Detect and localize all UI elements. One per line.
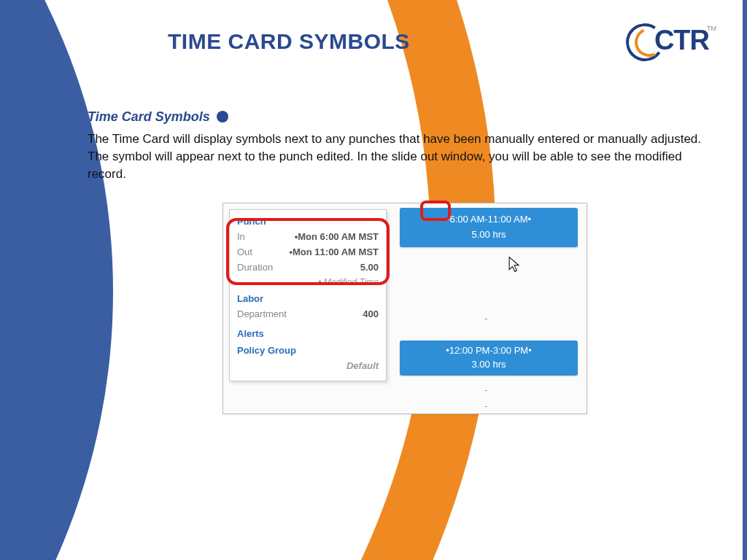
alerts-header: Alerts [237, 328, 379, 339]
ctr-logo: CTR TM [613, 22, 715, 66]
section-body-text: The Time Card will display symbols next … [88, 131, 722, 182]
decorative-right-border [743, 0, 747, 560]
section-heading-text: Time Card Symbols [88, 109, 210, 124]
policy-group-value: Default [347, 359, 379, 374]
labor-department-row: Department 400 [237, 307, 379, 322]
punch-detail-panel: Punch In •Mon 6:00 AM MST Out •Mon 11:00… [229, 209, 387, 381]
punch-in-value: •Mon 6:00 AM MST [295, 230, 379, 245]
entry-times: •6:00 AM-11:00 AM• [403, 214, 575, 225]
entry-hours: 3.00 hrs [403, 359, 575, 370]
timeline-tick-icon: - [484, 400, 488, 412]
logo-trademark: TM [707, 25, 716, 32]
timeline-tick-icon: - [484, 384, 488, 396]
punch-out-label: Out [237, 245, 252, 260]
page-title: TIME CARD SYMBOLS [168, 29, 410, 54]
timeline-entry[interactable]: •6:00 AM-11:00 AM• 5.00 hrs [400, 208, 578, 247]
timeline-tick-icon: - [484, 313, 488, 324]
labor-department-label: Department [237, 307, 287, 322]
policy-group-header: Policy Group [237, 345, 379, 356]
timeline-entry[interactable]: •12:00 PM-3:00 PM• 3.00 hrs [400, 341, 578, 376]
punch-in-row: In •Mon 6:00 AM MST [237, 230, 379, 245]
labor-department-value: 400 [363, 307, 379, 322]
punch-duration-value: 5.00 [360, 260, 379, 276]
section-heading: Time Card Symbols [88, 109, 722, 125]
punch-header: Punch [237, 216, 379, 227]
labor-header: Labor [237, 293, 379, 304]
punch-out-value: •Mon 11:00 AM MST [289, 245, 379, 260]
punch-out-row: Out •Mon 11:00 AM MST [237, 245, 379, 260]
punch-in-label: In [237, 230, 245, 245]
logo-text: CTR [654, 25, 709, 56]
policy-group-row: Default [237, 359, 379, 374]
timeline-area: •6:00 AM-11:00 AM• 5.00 hrs •12:00 PM-3:… [391, 203, 587, 413]
entry-hours: 5.00 hrs [403, 229, 575, 240]
punch-duration-row: Duration 5.00 [237, 260, 379, 276]
modified-time-legend: • Modified Time [237, 277, 379, 287]
entry-times: •12:00 PM-3:00 PM• [403, 345, 575, 356]
bullet-icon [217, 111, 228, 122]
timecard-screenshot: Punch In •Mon 6:00 AM MST Out •Mon 11:00… [222, 203, 587, 414]
cursor-icon [508, 256, 521, 273]
punch-duration-label: Duration [237, 260, 273, 276]
